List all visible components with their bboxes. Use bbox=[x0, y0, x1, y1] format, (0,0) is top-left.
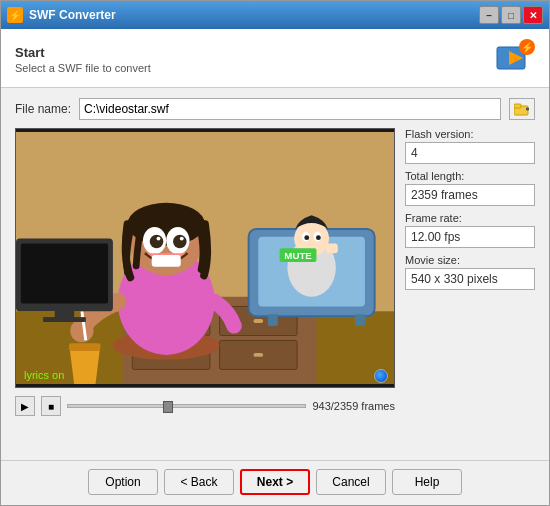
svg-rect-27 bbox=[326, 243, 338, 253]
main-area: MUTE bbox=[15, 128, 535, 450]
svg-point-25 bbox=[304, 235, 309, 240]
browse-button[interactable] bbox=[509, 98, 535, 120]
back-button[interactable]: < Back bbox=[164, 469, 234, 495]
lyrics-overlay: lyrics on bbox=[24, 369, 64, 381]
close-button[interactable]: ✕ bbox=[523, 6, 543, 24]
app-icon: ⚡ bbox=[7, 7, 23, 23]
filename-input[interactable] bbox=[79, 98, 501, 120]
maximize-button[interactable]: □ bbox=[501, 6, 521, 24]
content-area: File name: bbox=[1, 88, 549, 460]
title-bar: ⚡ SWF Converter – □ ✕ bbox=[1, 1, 549, 29]
cancel-button[interactable]: Cancel bbox=[316, 469, 386, 495]
svg-point-42 bbox=[180, 237, 184, 241]
flash-version-value: 4 bbox=[405, 142, 535, 164]
option-button[interactable]: Option bbox=[88, 469, 158, 495]
svg-point-39 bbox=[150, 235, 164, 249]
svg-point-40 bbox=[173, 235, 187, 249]
play-button[interactable]: ▶ bbox=[15, 396, 35, 416]
movie-size-group: Movie size: 540 x 330 pixels bbox=[405, 254, 535, 290]
step-title: Start bbox=[15, 45, 151, 60]
svg-rect-48 bbox=[21, 243, 108, 303]
svg-rect-5 bbox=[514, 104, 521, 108]
step-subtitle: Select a SWF file to convert bbox=[15, 62, 151, 74]
filename-row: File name: bbox=[15, 98, 535, 120]
svg-text:⚡: ⚡ bbox=[521, 41, 534, 54]
svg-rect-16 bbox=[253, 319, 263, 323]
frame-count: 943/2359 frames bbox=[312, 400, 395, 412]
window-controls: – □ ✕ bbox=[479, 6, 543, 24]
flash-version-label: Flash version: bbox=[405, 128, 535, 140]
total-length-group: Total length: 2359 frames bbox=[405, 170, 535, 206]
help-button[interactable]: Help bbox=[392, 469, 462, 495]
svg-rect-43 bbox=[152, 255, 181, 267]
video-preview: MUTE bbox=[15, 128, 395, 388]
svg-rect-31 bbox=[355, 314, 365, 326]
header-icon: ⚡ bbox=[495, 39, 535, 79]
header-text: Start Select a SWF file to convert bbox=[15, 45, 151, 74]
footer: Option < Back Next > Cancel Help bbox=[1, 460, 549, 505]
minimize-button[interactable]: – bbox=[479, 6, 499, 24]
filename-label: File name: bbox=[15, 102, 71, 116]
flash-version-group: Flash version: 4 bbox=[405, 128, 535, 164]
svg-text:MUTE: MUTE bbox=[284, 250, 312, 261]
total-length-value: 2359 frames bbox=[405, 184, 535, 206]
svg-point-26 bbox=[316, 235, 321, 240]
svg-rect-30 bbox=[268, 314, 278, 326]
app-window: ⚡ SWF Converter – □ ✕ Start Select a SWF… bbox=[0, 0, 550, 506]
frame-rate-value: 12.00 fps bbox=[405, 226, 535, 248]
svg-point-41 bbox=[157, 237, 161, 241]
movie-size-label: Movie size: bbox=[405, 254, 535, 266]
next-button[interactable]: Next > bbox=[240, 469, 310, 495]
stop-button[interactable]: ■ bbox=[41, 396, 61, 416]
globe-icon bbox=[374, 369, 388, 383]
frame-rate-label: Frame rate: bbox=[405, 212, 535, 224]
preview-canvas: MUTE bbox=[16, 129, 394, 387]
seek-bar[interactable] bbox=[67, 404, 306, 408]
video-controls: ▶ ■ 943/2359 frames bbox=[15, 394, 395, 418]
svg-point-44 bbox=[70, 319, 93, 342]
seek-thumb[interactable] bbox=[163, 401, 173, 413]
info-column: Flash version: 4 Total length: 2359 fram… bbox=[405, 128, 535, 450]
header-section: Start Select a SWF file to convert ⚡ bbox=[1, 29, 549, 88]
svg-rect-18 bbox=[253, 353, 263, 357]
svg-rect-45 bbox=[69, 343, 100, 351]
total-length-label: Total length: bbox=[405, 170, 535, 182]
movie-size-value: 540 x 330 pixels bbox=[405, 268, 535, 290]
svg-rect-50 bbox=[43, 317, 86, 322]
preview-column: MUTE bbox=[15, 128, 395, 450]
frame-rate-group: Frame rate: 12.00 fps bbox=[405, 212, 535, 248]
window-title: SWF Converter bbox=[29, 8, 473, 22]
